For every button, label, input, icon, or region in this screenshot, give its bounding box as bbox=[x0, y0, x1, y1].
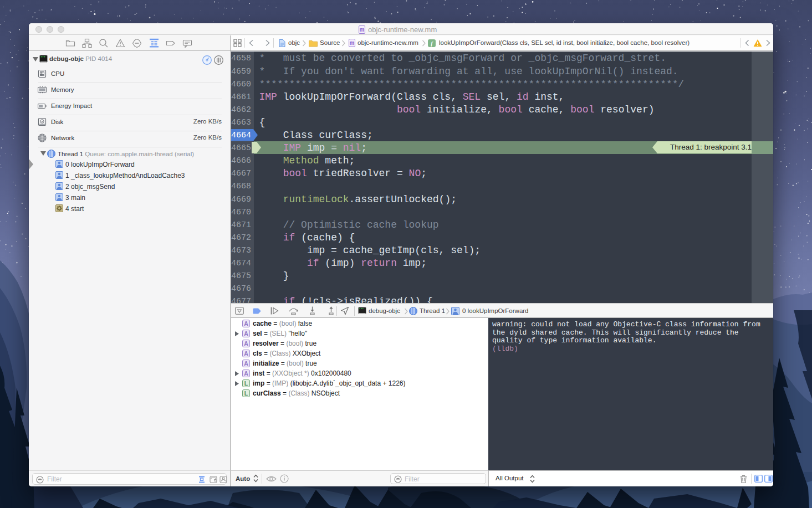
svg-text:m: m bbox=[360, 27, 365, 33]
svg-text:m: m bbox=[350, 40, 355, 46]
